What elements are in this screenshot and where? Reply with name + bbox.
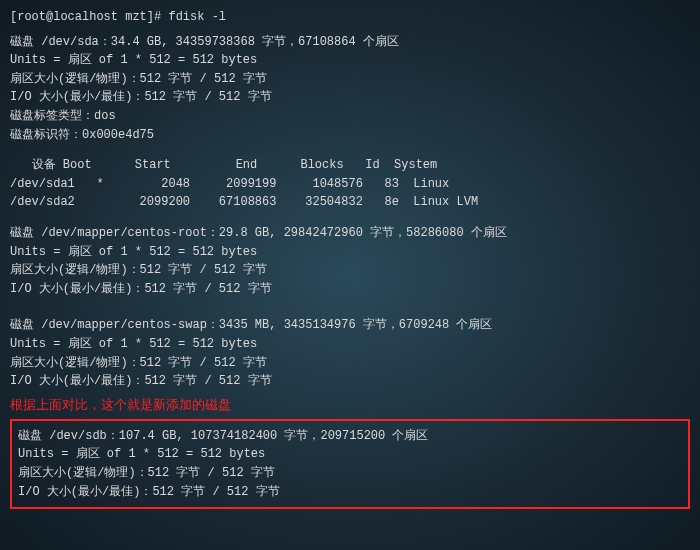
disk-sdb-io: I/O 大小(最小/最佳)：512 字节 / 512 字节 — [18, 483, 682, 502]
disk-root-header: 磁盘 /dev/mapper/centos-root：29.8 GB, 2984… — [10, 224, 690, 243]
disk-sda-units: Units = 扇区 of 1 * 512 = 512 bytes — [10, 51, 690, 70]
disk-swap-io: I/O 大小(最小/最佳)：512 字节 / 512 字节 — [10, 372, 690, 391]
disk-sda-io: I/O 大小(最小/最佳)：512 字节 / 512 字节 — [10, 88, 690, 107]
partition-table: 设备 Boot Start End Blocks Id System /dev/… — [10, 156, 690, 212]
shell-prompt[interactable]: [root@localhost mzt]# fdisk -l — [10, 8, 690, 27]
disk-sda-block: 磁盘 /dev/sda：34.4 GB, 34359738368 字节，6710… — [10, 33, 690, 145]
disk-sda-sector: 扇区大小(逻辑/物理)：512 字节 / 512 字节 — [10, 70, 690, 89]
disk-sdb-units: Units = 扇区 of 1 * 512 = 512 bytes — [18, 445, 682, 464]
disk-swap-header: 磁盘 /dev/mapper/centos-swap：3435 MB, 3435… — [10, 316, 690, 335]
disk-centos-root-block: 磁盘 /dev/mapper/centos-root：29.8 GB, 2984… — [10, 224, 690, 298]
disk-sdb-header: 磁盘 /dev/sdb：107.4 GB, 107374182400 字节，20… — [18, 427, 682, 446]
disk-sda-label: 磁盘标签类型：dos — [10, 107, 690, 126]
disk-root-io: I/O 大小(最小/最佳)：512 字节 / 512 字节 — [10, 280, 690, 299]
disk-swap-sector: 扇区大小(逻辑/物理)：512 字节 / 512 字节 — [10, 354, 690, 373]
disk-sda-ident: 磁盘标识符：0x000e4d75 — [10, 126, 690, 145]
partition-row-sda2: /dev/sda2 2099200 67108863 32504832 8e L… — [10, 193, 690, 212]
new-disk-highlight-box: 磁盘 /dev/sdb：107.4 GB, 107374182400 字节，20… — [10, 419, 690, 509]
partition-row-sda1: /dev/sda1 * 2048 2099199 1048576 83 Linu… — [10, 175, 690, 194]
disk-sdb-sector: 扇区大小(逻辑/物理)：512 字节 / 512 字节 — [18, 464, 682, 483]
disk-root-sector: 扇区大小(逻辑/物理)：512 字节 / 512 字节 — [10, 261, 690, 280]
disk-sda-header: 磁盘 /dev/sda：34.4 GB, 34359738368 字节，6710… — [10, 33, 690, 52]
disk-root-units: Units = 扇区 of 1 * 512 = 512 bytes — [10, 243, 690, 262]
disk-swap-units: Units = 扇区 of 1 * 512 = 512 bytes — [10, 335, 690, 354]
partition-table-header: 设备 Boot Start End Blocks Id System — [10, 156, 690, 175]
disk-centos-swap-block: 磁盘 /dev/mapper/centos-swap：3435 MB, 3435… — [10, 316, 690, 390]
annotation-text: 根据上面对比，这个就是新添加的磁盘 — [10, 395, 690, 415]
